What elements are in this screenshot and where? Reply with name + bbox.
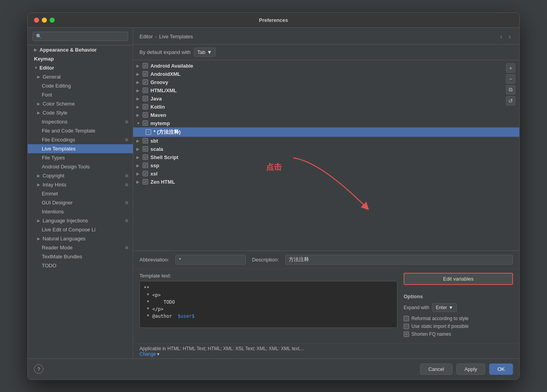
template-group-maven[interactable]: ▶ Maven xyxy=(133,111,519,119)
help-button[interactable]: ? xyxy=(34,364,43,374)
template-group-xsl[interactable]: ▶ xsl xyxy=(133,170,519,178)
forward-arrow[interactable]: › xyxy=(506,32,513,41)
gui-badge: ⊞ xyxy=(125,200,128,205)
sidebar-item-live-edit[interactable]: Live Edit of Compose Li xyxy=(28,225,133,234)
apply-button[interactable]: Apply xyxy=(456,363,486,375)
group-chevron-right: ▶ xyxy=(136,172,140,175)
expand-with-select[interactable]: Enter ▼ xyxy=(432,303,457,312)
group-checkbox-android[interactable] xyxy=(143,63,148,68)
sidebar-item-file-code-template[interactable]: File and Code Template xyxy=(28,126,133,135)
minimize-button[interactable] xyxy=(42,18,47,23)
code-line-3: * TODO xyxy=(144,299,393,306)
copy-template-button[interactable]: ⧉ xyxy=(506,85,515,95)
template-item-method-comment[interactable]: * (方法注释) xyxy=(133,127,519,137)
abbreviation-label: Abbreviation: xyxy=(139,257,169,263)
edit-variables-button[interactable]: Edit variables xyxy=(404,273,513,285)
reset-template-button[interactable]: ↺ xyxy=(506,96,515,106)
sidebar-item-inspections[interactable]: Inspections ⊞ xyxy=(28,117,133,126)
sidebar-item-copyright[interactable]: ▶ Copyright ⊞ xyxy=(28,171,133,180)
sidebar-item-font[interactable]: Font xyxy=(28,90,133,99)
sidebar-item-appearance[interactable]: ▶ Appearance & Behavior xyxy=(28,45,133,54)
template-list: + − ⧉ ↺ ▶ Android Available ▶ xyxy=(133,60,519,251)
group-checkbox-sbt[interactable] xyxy=(143,138,148,143)
search-input[interactable] xyxy=(32,32,128,41)
add-template-button[interactable]: + xyxy=(506,63,515,73)
static-import-label: Use static import if possible xyxy=(411,324,468,329)
group-checkbox-shell[interactable] xyxy=(143,154,148,160)
reformat-checkbox[interactable] xyxy=(404,316,409,321)
change-link[interactable]: Change xyxy=(139,351,156,357)
sidebar-item-keymap[interactable]: Keymap xyxy=(28,54,133,63)
group-checkbox-java[interactable] xyxy=(143,96,148,101)
breadcrumb-parent: Editor xyxy=(139,34,153,39)
template-group-androidxml[interactable]: ▶ AndroidXML xyxy=(133,70,519,78)
sidebar-item-color-scheme[interactable]: ▶ Color Scheme xyxy=(28,99,133,108)
group-checkbox-groovy[interactable] xyxy=(143,79,148,85)
sidebar-item-file-encodings[interactable]: File Encodings ⊞ xyxy=(28,135,133,144)
template-group-sbt[interactable]: ▶ sbt xyxy=(133,137,519,145)
title-bar: Preferences xyxy=(28,13,519,28)
reader-mode-badge: ⊞ xyxy=(125,245,128,250)
template-group-scala[interactable]: ▶ scala xyxy=(133,145,519,153)
group-checkbox-ssp[interactable] xyxy=(143,163,148,168)
sidebar-item-editor[interactable]: ▼ Editor xyxy=(28,63,133,72)
group-checkbox-htmlxml[interactable] xyxy=(143,88,148,93)
breadcrumb: Editor › Live Templates xyxy=(139,34,193,39)
template-group-android-available[interactable]: ▶ Android Available xyxy=(133,62,519,70)
sidebar-item-language-injections[interactable]: ▶ Language Injections ⊞ xyxy=(28,216,133,225)
shorten-fq-checkbox[interactable] xyxy=(404,331,409,337)
group-checkbox-xsl[interactable] xyxy=(143,171,148,176)
template-text-label: Template text: xyxy=(139,273,397,279)
template-group-shell-script[interactable]: ▶ Shell Script xyxy=(133,153,519,161)
close-button[interactable] xyxy=(34,18,39,23)
group-checkbox-kotlin[interactable] xyxy=(143,104,148,109)
sidebar-item-code-editing[interactable]: Code Editing xyxy=(28,81,133,90)
sidebar-item-emmet[interactable]: Emmet xyxy=(28,189,133,198)
group-checkbox-mytemp[interactable] xyxy=(143,120,148,126)
sidebar-item-reader-mode[interactable]: Reader Mode ⊞ xyxy=(28,243,133,252)
back-arrow[interactable]: ‹ xyxy=(498,32,504,41)
sidebar-item-general[interactable]: ▶ General xyxy=(28,72,133,81)
expand-with-row: Expand with Enter ▼ xyxy=(404,303,513,312)
template-group-htmlxml[interactable]: ▶ HTML/XML xyxy=(133,86,519,95)
sidebar-item-gui-designer[interactable]: GUI Designer ⊞ xyxy=(28,198,133,207)
template-group-ssp[interactable]: ▶ ssp xyxy=(133,161,519,170)
item-checkbox-method-comment[interactable] xyxy=(146,129,151,135)
template-group-mytemp[interactable]: ▼ mytemp xyxy=(133,119,519,127)
ok-button[interactable]: OK xyxy=(489,363,513,375)
group-checkbox-scala[interactable] xyxy=(143,146,148,152)
sidebar-item-inlay-hints[interactable]: ▶ Inlay Hints ⊞ xyxy=(28,180,133,189)
sidebar-item-todo[interactable]: TODO xyxy=(28,261,133,270)
maximize-button[interactable] xyxy=(50,18,55,23)
chevron-right-icon: ▶ xyxy=(37,236,41,240)
template-group-zen-html[interactable]: ▶ Zen HTML xyxy=(133,178,519,186)
sidebar-item-file-types[interactable]: File Types xyxy=(28,153,133,162)
template-group-kotlin[interactable]: ▶ Kotlin xyxy=(133,103,519,111)
template-group-java[interactable]: ▶ Java xyxy=(133,95,519,103)
abbreviation-input[interactable] xyxy=(175,255,246,265)
group-checkbox-maven[interactable] xyxy=(143,112,148,118)
sidebar-item-live-templates[interactable]: Live Templates xyxy=(28,144,133,153)
template-code[interactable]: ** * <p> * TODO * </p> * @author $user$ xyxy=(139,281,397,328)
option-static-import: Use static import if possible xyxy=(404,324,513,329)
sidebar-item-textmate-bundles[interactable]: TextMate Bundles xyxy=(28,252,133,261)
remove-template-button[interactable]: − xyxy=(506,74,515,84)
group-checkbox-androidxml[interactable] xyxy=(143,71,148,77)
template-group-groovy[interactable]: ▶ Groovy xyxy=(133,78,519,86)
group-chevron-right: ▶ xyxy=(136,163,140,167)
options-panel: Edit variables Options Expand with Enter… xyxy=(404,273,513,339)
copyright-badge: ⊞ xyxy=(125,174,128,178)
group-checkbox-zen-html[interactable] xyxy=(143,179,148,184)
sidebar-item-code-style[interactable]: ▶ Code Style xyxy=(28,108,133,117)
cancel-button[interactable]: Cancel xyxy=(420,363,452,375)
sidebar-item-intentions[interactable]: Intentions xyxy=(28,207,133,216)
static-import-checkbox[interactable] xyxy=(404,324,409,329)
expand-with-value: Enter xyxy=(436,305,447,310)
expand-value: Tab xyxy=(197,49,206,55)
chevron-right-icon: ▶ xyxy=(37,111,41,115)
sidebar-item-natural-languages[interactable]: ▶ Natural Languages xyxy=(28,234,133,243)
description-input[interactable] xyxy=(285,255,513,265)
expand-select[interactable]: Tab ▼ xyxy=(194,48,216,57)
sidebar-item-android-design-tools[interactable]: Android Design Tools xyxy=(28,162,133,171)
breadcrumb-separator: › xyxy=(155,34,157,39)
